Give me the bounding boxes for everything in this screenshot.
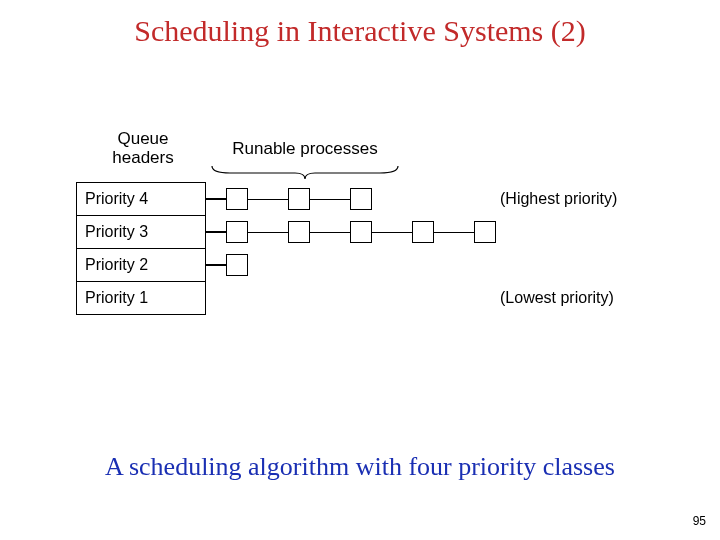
- process-box: [412, 221, 434, 243]
- queue-headers-label: Queue headers: [98, 130, 188, 167]
- priority-queue-diagram: Queue headers Runable processes Priority…: [50, 130, 670, 370]
- lowest-priority-label: (Lowest priority): [500, 289, 614, 307]
- connector: [206, 198, 226, 200]
- page-number: 95: [693, 514, 706, 528]
- connector: [434, 232, 474, 233]
- process-box: [288, 221, 310, 243]
- process-box: [474, 221, 496, 243]
- process-box: [226, 254, 248, 276]
- process-box: [350, 188, 372, 210]
- process-box: [226, 188, 248, 210]
- connector: [248, 232, 288, 233]
- queue-cell-p2: Priority 2: [76, 248, 206, 282]
- slide-caption: A scheduling algorithm with four priorit…: [0, 452, 720, 482]
- queue-cell-p4: Priority 4: [76, 182, 206, 216]
- process-box: [288, 188, 310, 210]
- brace-icon: [210, 164, 400, 180]
- process-box: [350, 221, 372, 243]
- connector: [206, 264, 226, 266]
- runable-processes-label: Runable processes: [205, 140, 405, 159]
- connector: [310, 232, 350, 233]
- connector: [310, 199, 350, 200]
- connector: [372, 232, 412, 233]
- connector: [248, 199, 288, 200]
- connector: [206, 231, 226, 233]
- queue-cell-p1: Priority 1: [76, 281, 206, 315]
- slide-title: Scheduling in Interactive Systems (2): [0, 0, 720, 48]
- highest-priority-label: (Highest priority): [500, 190, 617, 208]
- queue-cell-p3: Priority 3: [76, 215, 206, 249]
- queue-header-stack: Priority 4 Priority 3 Priority 2 Priorit…: [76, 182, 206, 315]
- process-box: [226, 221, 248, 243]
